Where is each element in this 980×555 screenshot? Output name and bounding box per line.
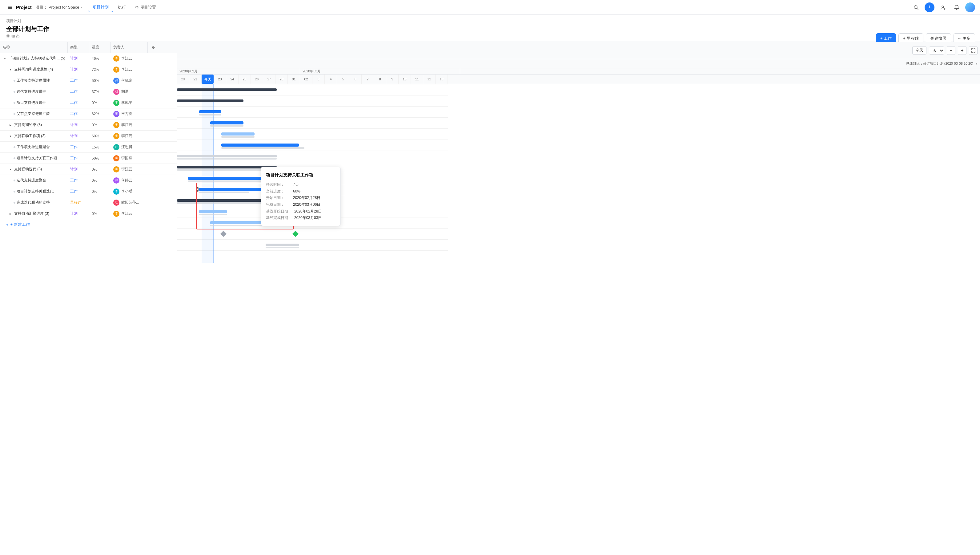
gantt-bar[interactable] [221, 144, 299, 147]
row-name: 完成迭代联动的支持 [17, 200, 65, 205]
row-assignee: 王 王万春 [111, 108, 148, 119]
expand-icon[interactable] [2, 56, 7, 61]
add-member-button[interactable] [938, 2, 948, 12]
gantt-day-cell: 02 [300, 75, 312, 84]
row-progress [89, 197, 111, 208]
table-row[interactable]: 项目计划支持关联迭代 工作 0% 李 李小瑶 [0, 186, 177, 197]
gantt-bar[interactable] [177, 88, 277, 91]
table-row[interactable]: 父节点支持进度汇聚 工作 62% 王 王万春 [0, 108, 177, 120]
table-row[interactable]: 迭代支持进度属性 工作 37% 胡 胡夏 [0, 86, 177, 97]
row-progress: 0% [89, 208, 111, 219]
col-header-assignee: 负责人 [111, 42, 148, 53]
row-progress: 46% [89, 53, 111, 64]
tab-plan[interactable]: 项目计划 [88, 2, 113, 12]
notification-button[interactable] [952, 2, 962, 12]
expand-icon[interactable] [8, 67, 13, 72]
gantt-bar[interactable] [188, 177, 265, 180]
row-name: 支持联动工作项 (2) [14, 133, 65, 139]
table-row[interactable]: 支持联动迭代 (3) 计划 0% 李 李江云 [0, 164, 177, 175]
avatar: 李 [113, 133, 120, 139]
zoom-out-button[interactable]: − [947, 46, 955, 55]
table-row[interactable]: 工作项支持进度属性 工作 50% 何 何晓东 [0, 75, 177, 86]
table-row[interactable]: 项目计划支持关联工作项 工作 60% 李 李国燕 [0, 153, 177, 164]
row-assignee: 汪 汪恩博 [111, 142, 148, 152]
tooltip-value: 2020年03月06日 [293, 201, 320, 208]
table-row[interactable]: 完成迭代联动的支持 里程碑 欧 欧阳莎莎... [0, 197, 177, 208]
avatar: 李 [113, 122, 120, 128]
row-type: 工作 [68, 153, 89, 164]
avatar: 何 [113, 78, 120, 84]
gantt-bar[interactable] [199, 110, 221, 113]
add-button[interactable]: + [925, 2, 934, 12]
assignee-name: 何婷云 [121, 178, 132, 183]
row-type: 工作 [68, 75, 89, 86]
row-dot [14, 146, 15, 148]
gantt-bar-baseline [221, 147, 304, 149]
row-name: 迭代支持进度聚合 [17, 178, 65, 183]
row-progress: 60% [89, 153, 111, 164]
main-layout: 名称 类型 进度 负责人 ⚙ 「项目计划」支持联动迭代和... (5) 计划 4… [0, 42, 980, 555]
row-dot [14, 113, 15, 115]
svg-point-5 [942, 6, 944, 8]
table-row[interactable]: 工作项支持进度聚合 工作 15% 汪 汪恩博 [0, 142, 177, 153]
table-row[interactable]: 支持周期约束 (3) 计划 0% 李 李江云 [0, 120, 177, 131]
gantt-bar[interactable] [199, 210, 227, 213]
col-settings-icon[interactable]: ⚙ [148, 42, 159, 53]
search-button[interactable] [911, 2, 921, 12]
row-progress: 0% [89, 175, 111, 186]
top-nav: Project 项目： Project for Space ▾ 项目计划 执行 … [0, 0, 980, 15]
gantt-bar[interactable] [177, 99, 243, 102]
table-row[interactable]: 支持自动汇聚进度 (3) 计划 0% 李 李江云 [0, 208, 177, 219]
table-row[interactable]: 支持周期和进度属性 (4) 计划 72% 李 李江云 [0, 64, 177, 75]
table-row[interactable]: 「项目计划」支持联动迭代和... (5) 计划 46% 李 李江云 [0, 53, 177, 64]
row-progress: 60% [89, 131, 111, 141]
expand-icon[interactable] [8, 123, 13, 128]
gantt-bar[interactable] [221, 132, 254, 136]
row-progress: 0% [89, 97, 111, 108]
tooltip-label: 基线开始日期： [266, 208, 292, 215]
fullscreen-button[interactable] [969, 46, 978, 55]
table-row[interactable]: 迭代支持进度聚合 工作 0% 何 何婷云 [0, 175, 177, 186]
chevron-down-icon: ▾ [81, 6, 82, 9]
left-table: 名称 类型 进度 负责人 ⚙ 「项目计划」支持联动迭代和... (5) 计划 4… [0, 42, 177, 555]
row-type: 里程碑 [68, 197, 89, 208]
gantt-day-cell: 21 [189, 75, 201, 84]
zoom-in-button[interactable]: + [958, 46, 966, 55]
gantt-day-cell: 5 [337, 75, 349, 84]
table-row[interactable]: 项目支持进度属性 工作 0% 李 李晓平 [0, 97, 177, 108]
gantt-day-cell: 23 [214, 75, 226, 84]
gantt-bar[interactable] [210, 121, 243, 124]
col-header-progress: 进度 [89, 42, 111, 53]
expand-icon[interactable] [8, 167, 13, 172]
gantt-month-row: 2020年02月 2020年03月 [177, 68, 980, 75]
gantt-day-cell: 6 [349, 75, 362, 84]
tab-exec[interactable]: 执行 [114, 3, 130, 12]
tab-settings[interactable]: ⚙ 项目设置 [131, 3, 160, 12]
gantt-day-cell: 20 [177, 75, 189, 84]
user-avatar[interactable] [965, 2, 975, 12]
row-assignee: 李 李国燕 [111, 153, 148, 164]
row-name: 项目计划支持关联工作项 [17, 156, 65, 161]
breadcrumb: 项目： Project for Space ▾ [35, 5, 82, 10]
gantt-bar-baseline [199, 114, 221, 115]
today-button[interactable]: 今天 [912, 46, 926, 55]
project-name-link[interactable]: Project for Space ▾ [49, 5, 82, 10]
new-work-button[interactable]: + + 新建工作 [0, 219, 177, 230]
assignee-name: 李江云 [121, 167, 132, 172]
expand-icon[interactable] [8, 211, 13, 216]
expand-icon[interactable] [8, 134, 13, 139]
col-header-type: 类型 [68, 42, 89, 53]
menu-button[interactable] [5, 2, 15, 12]
table-row[interactable]: 支持联动工作项 (2) 计划 60% 李 李江云 [0, 131, 177, 142]
row-name: 父节点支持进度汇聚 [17, 111, 65, 116]
row-type: 工作 [68, 175, 89, 186]
gear-icon: ⚙ [135, 5, 139, 10]
gantt-bar[interactable] [177, 155, 277, 157]
gantt-bar[interactable] [265, 244, 299, 246]
avatar: 李 [113, 166, 120, 172]
table-rows-container: 「项目计划」支持联动迭代和... (5) 计划 46% 李 李江云 支持周期和进… [0, 53, 177, 219]
gantt-area[interactable]: 今天 天 − + 基线对比：修订项目计划 (2020-03-08 20:20) … [177, 42, 980, 555]
view-select[interactable]: 天 [929, 47, 944, 55]
gantt-day-cell: 8 [374, 75, 386, 84]
row-type: 计划 [68, 64, 89, 75]
